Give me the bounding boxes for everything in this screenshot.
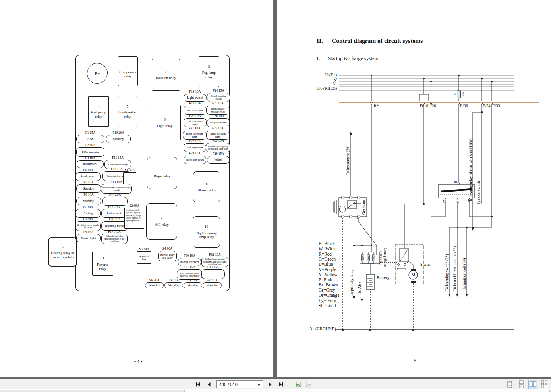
connector-bplus: B+ xyxy=(374,103,379,108)
fuse-box: Ignition switch, cigarette lighter, over… xyxy=(124,208,144,229)
fuse-box: License light, lighting switch, fog ligh… xyxy=(206,143,230,152)
fuse-box: Airbag xyxy=(75,209,101,218)
fuse-box: Instrument xyxy=(101,209,127,218)
relay-number: 1 xyxy=(127,64,129,68)
relay-label: Light relay xyxy=(157,124,173,128)
fuse-box-label: Fuse box of storage battery xyxy=(379,245,387,270)
fuse-id-S2-60A: S2 60A xyxy=(121,204,147,208)
fuse-box: Left high beam xyxy=(184,143,206,152)
layout-facing-pages-button[interactable] xyxy=(528,380,537,389)
section-number: 1. xyxy=(316,55,320,61)
heading-title: Control diagram of circuit systems xyxy=(332,37,423,44)
scrollbar-thumb[interactable] xyxy=(184,390,550,392)
relay-label: Loudspeaker relay xyxy=(118,110,137,119)
facing-pages-icon xyxy=(529,380,536,388)
fuse-id-S1-30A: S1 30A xyxy=(120,168,139,172)
fuse-s2-name: S2 xyxy=(454,93,456,96)
wire-label-to-heating-relay: To heating relay of rear windshield (6#) xyxy=(468,138,473,202)
page-layout-group xyxy=(505,380,549,389)
fuse-box: Immobilizer module ECU xyxy=(206,106,230,115)
fuse-id-F10-20A: F10 20A xyxy=(103,131,134,135)
relay-number: 11 xyxy=(101,256,104,260)
viewer-toolbar: 445 / 510 xyxy=(0,379,551,389)
relay-box-12: 12Heating relay of rear air regulator xyxy=(48,237,77,267)
relay-label: A/C relay xyxy=(155,223,168,227)
next-page-button[interactable] xyxy=(267,381,274,388)
fuse-id-F27-10A: F27 10A xyxy=(203,127,233,130)
fuse-box: ECU, generator xyxy=(76,147,104,157)
battery-fuse-60a: 60A xyxy=(362,256,364,260)
previous-page-button[interactable] xyxy=(205,381,213,388)
page-number-footer: - 4 - xyxy=(130,359,146,365)
legend-item: Sb=Livid xyxy=(319,303,336,308)
wire-label-to-immobilizer: To immobilizer module (5#) xyxy=(452,246,457,291)
ignition-terminal-30: 30 xyxy=(453,180,457,184)
fuse-box: Standby xyxy=(76,184,101,193)
last-page-icon xyxy=(278,381,284,388)
last-page-button[interactable] xyxy=(277,381,284,388)
connector-e36: E/36 xyxy=(460,104,468,108)
legend-item: P=Pink xyxy=(319,277,332,282)
horizontal-scrollbar[interactable] xyxy=(0,390,551,392)
fuse-box: Right high beam xyxy=(184,156,206,164)
wire-label-to-instrument: To instrument (2#) xyxy=(346,146,350,175)
relay-label: Reverse relay xyxy=(93,263,112,271)
single-page-icon xyxy=(506,380,513,388)
next-page-icon xyxy=(267,381,273,388)
battery-terminal-label: B+ xyxy=(95,71,100,76)
relay-number: 10 xyxy=(205,225,208,229)
fuse-box: Brake light xyxy=(76,234,101,242)
relay-label: Compressor relay xyxy=(119,70,137,79)
relay-label: Night running lamp relay xyxy=(194,231,219,239)
layout-single-page-button[interactable] xyxy=(505,380,514,389)
relay-number: 4 xyxy=(98,104,100,108)
continuous-scroll-icon xyxy=(518,380,525,388)
layout-facing-continuous-button[interactable] xyxy=(540,380,549,389)
battery-label: Battery xyxy=(377,275,389,280)
fuse-id-S3-30A: S3 30A xyxy=(134,247,154,251)
fuse-box xyxy=(123,172,136,184)
fuse-box: AS relay box xyxy=(137,251,151,264)
fuse-box: Light switch xyxy=(184,94,207,102)
right-page-diagram: II.Control diagram of circuit systems1.S… xyxy=(277,0,551,377)
heading-number: II. xyxy=(317,37,323,44)
ignition-terminal-x: X xyxy=(468,199,470,203)
fuse-id-F29-15A: F29 15A xyxy=(204,152,233,156)
fuse-box: Solenoid valve for internal recycle of a… xyxy=(101,234,128,244)
combo-dropdown-arrow[interactable] xyxy=(257,384,261,386)
fuse-id-F33-15A: F33 15A xyxy=(198,265,228,269)
fuse-box xyxy=(201,269,225,279)
fuse-id-F1-15A: F1 15A xyxy=(73,131,108,135)
page-navigation-group: 445 / 510 xyxy=(195,380,313,389)
fuse-box: Standby xyxy=(76,197,101,205)
relay-box-2: 2Isolation relay xyxy=(152,59,180,91)
legend-item: V=Purple xyxy=(319,267,336,272)
fuse-id-F2-10A: F2 10A xyxy=(73,143,108,147)
relay-box-10: 10Night running lamp relay xyxy=(193,216,220,248)
fuse-id-F17-7.5A: F17 7.5A xyxy=(98,230,131,233)
fuse-box: Fog lamp relay xyxy=(184,106,207,115)
fuse-box: Standby xyxy=(184,282,202,288)
fuse-box: Standby xyxy=(203,282,222,288)
fuse-box: Standby xyxy=(164,282,183,288)
next-view-button[interactable] xyxy=(305,381,313,388)
previous-view-button[interactable] xyxy=(295,381,302,388)
fuse-box: Fuel pump xyxy=(75,172,101,181)
relay-number: 6 xyxy=(164,117,166,121)
next-view-icon xyxy=(305,381,313,388)
page-number-value: 445 / 510 xyxy=(219,382,238,387)
relay-number: 3 xyxy=(208,65,210,69)
page-number-combobox[interactable]: 445 / 510 xyxy=(216,380,263,388)
fuse-box: Sky light, power supply of TAXI xyxy=(75,221,101,231)
layout-continuous-button[interactable] xyxy=(517,380,526,389)
relay-box-9: 9A/C relay xyxy=(146,203,177,240)
first-page-button[interactable] xyxy=(195,381,202,388)
facing-continuous-icon xyxy=(541,380,548,388)
relay-box-7: 7Wiper relay xyxy=(147,157,177,189)
legend-item: W=White xyxy=(319,246,336,251)
pages-area: B+ - 4 - 1Compressor relay2Isolation rel… xyxy=(0,0,551,379)
generator-label: Generator xyxy=(362,200,366,215)
legend-item: Br=Brown xyxy=(319,282,338,287)
ignition-terminal-15: 15 xyxy=(455,200,459,204)
fuse-box: Double breaking switch xyxy=(207,93,230,102)
